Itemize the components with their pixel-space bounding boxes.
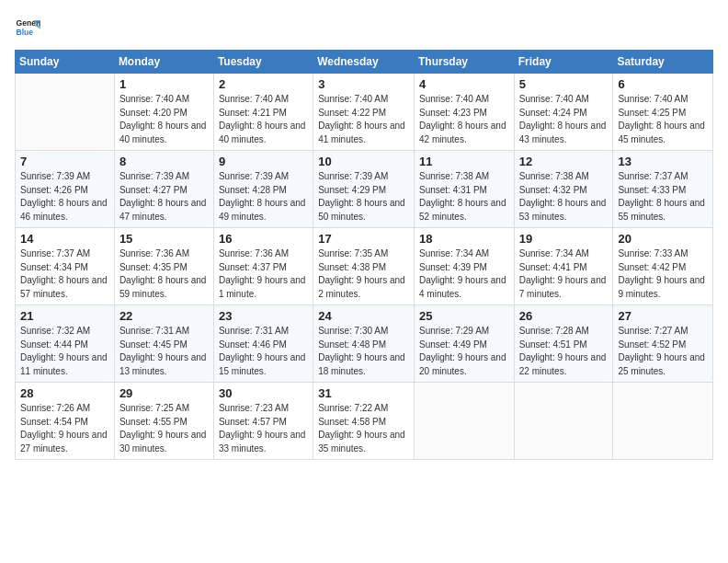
logo: General Blue [15,15,40,40]
day-number: 5 [519,77,609,91]
day-number: 19 [519,232,609,246]
calendar-cell [514,383,613,460]
calendar-cell [613,383,713,460]
week-row-2: 7Sunrise: 7:39 AMSunset: 4:26 PMDaylight… [16,151,713,228]
calendar-cell: 25Sunrise: 7:29 AMSunset: 4:49 PMDayligh… [414,305,514,383]
cell-info: Sunrise: 7:40 AMSunset: 4:21 PMDaylight:… [219,93,308,146]
cell-info: Sunrise: 7:36 AMSunset: 4:37 PMDaylight:… [219,247,308,301]
calendar-table: SundayMondayTuesdayWednesdayThursdayFrid… [15,50,713,460]
calendar-cell: 26Sunrise: 7:28 AMSunset: 4:51 PMDayligh… [514,305,613,383]
cell-info: Sunrise: 7:23 AMSunset: 4:57 PMDaylight:… [219,402,308,455]
calendar-cell: 13Sunrise: 7:37 AMSunset: 4:33 PMDayligh… [613,151,713,228]
cell-info: Sunrise: 7:40 AMSunset: 4:23 PMDaylight:… [419,93,509,146]
calendar-cell: 11Sunrise: 7:38 AMSunset: 4:31 PMDayligh… [414,151,514,228]
calendar-header-row: SundayMondayTuesdayWednesdayThursdayFrid… [16,51,713,74]
day-number: 1 [119,77,209,91]
cell-info: Sunrise: 7:39 AMSunset: 4:29 PMDaylight:… [318,170,409,224]
day-number: 9 [219,155,308,168]
day-number: 7 [20,155,109,168]
cell-info: Sunrise: 7:37 AMSunset: 4:33 PMDaylight:… [618,170,708,224]
calendar-cell: 22Sunrise: 7:31 AMSunset: 4:45 PMDayligh… [114,305,213,383]
day-number: 30 [219,386,308,400]
calendar-cell: 7Sunrise: 7:39 AMSunset: 4:26 PMDaylight… [16,151,115,228]
day-number: 13 [618,155,708,168]
day-number: 27 [618,309,708,323]
header-day-friday: Friday [514,51,613,74]
cell-info: Sunrise: 7:39 AMSunset: 4:26 PMDaylight:… [20,170,109,224]
calendar-cell: 3Sunrise: 7:40 AMSunset: 4:22 PMDaylight… [313,74,415,151]
page: General Blue SundayMondayTuesdayWednesda… [0,0,728,563]
cell-info: Sunrise: 7:31 AMSunset: 4:46 PMDaylight:… [219,325,308,378]
calendar-cell: 15Sunrise: 7:36 AMSunset: 4:35 PMDayligh… [114,228,213,305]
day-number: 8 [119,155,209,168]
calendar-cell: 10Sunrise: 7:39 AMSunset: 4:29 PMDayligh… [313,151,415,228]
calendar-cell: 20Sunrise: 7:33 AMSunset: 4:42 PMDayligh… [613,228,713,305]
cell-info: Sunrise: 7:40 AMSunset: 4:24 PMDaylight:… [519,93,609,146]
day-number: 24 [318,309,409,323]
cell-info: Sunrise: 7:40 AMSunset: 4:22 PMDaylight:… [318,93,409,146]
cell-info: Sunrise: 7:34 AMSunset: 4:41 PMDaylight:… [519,247,609,301]
header-day-thursday: Thursday [414,51,514,74]
calendar-cell: 16Sunrise: 7:36 AMSunset: 4:37 PMDayligh… [213,228,313,305]
calendar-cell: 12Sunrise: 7:38 AMSunset: 4:32 PMDayligh… [514,151,613,228]
calendar-cell: 17Sunrise: 7:35 AMSunset: 4:38 PMDayligh… [313,228,415,305]
calendar-cell: 5Sunrise: 7:40 AMSunset: 4:24 PMDaylight… [514,74,613,151]
cell-info: Sunrise: 7:26 AMSunset: 4:54 PMDaylight:… [20,402,109,455]
logo-icon: General Blue [15,15,40,40]
calendar-cell: 6Sunrise: 7:40 AMSunset: 4:25 PMDaylight… [613,74,713,151]
cell-info: Sunrise: 7:30 AMSunset: 4:48 PMDaylight:… [318,325,409,378]
calendar-cell [414,383,514,460]
day-number: 23 [219,309,308,323]
day-number: 31 [318,386,409,400]
day-number: 20 [618,232,708,246]
header-day-saturday: Saturday [613,51,713,74]
week-row-4: 21Sunrise: 7:32 AMSunset: 4:44 PMDayligh… [16,305,713,383]
cell-info: Sunrise: 7:39 AMSunset: 4:28 PMDaylight:… [219,170,308,224]
cell-info: Sunrise: 7:27 AMSunset: 4:52 PMDaylight:… [618,325,708,378]
day-number: 14 [20,232,109,246]
cell-info: Sunrise: 7:38 AMSunset: 4:32 PMDaylight:… [519,170,609,224]
day-number: 26 [519,309,609,323]
cell-info: Sunrise: 7:36 AMSunset: 4:35 PMDaylight:… [119,247,209,301]
cell-info: Sunrise: 7:22 AMSunset: 4:58 PMDaylight:… [318,402,409,455]
day-number: 6 [618,77,708,91]
calendar-cell: 2Sunrise: 7:40 AMSunset: 4:21 PMDaylight… [213,74,313,151]
cell-info: Sunrise: 7:35 AMSunset: 4:38 PMDaylight:… [318,247,409,301]
header-day-sunday: Sunday [16,51,115,74]
calendar-cell: 19Sunrise: 7:34 AMSunset: 4:41 PMDayligh… [514,228,613,305]
day-number: 22 [119,309,209,323]
calendar-cell: 27Sunrise: 7:27 AMSunset: 4:52 PMDayligh… [613,305,713,383]
calendar-cell [16,74,115,151]
cell-info: Sunrise: 7:37 AMSunset: 4:34 PMDaylight:… [20,247,109,301]
calendar-cell: 30Sunrise: 7:23 AMSunset: 4:57 PMDayligh… [213,383,313,460]
cell-info: Sunrise: 7:31 AMSunset: 4:45 PMDaylight:… [119,325,209,378]
cell-info: Sunrise: 7:34 AMSunset: 4:39 PMDaylight:… [419,247,509,301]
calendar-cell: 14Sunrise: 7:37 AMSunset: 4:34 PMDayligh… [16,228,115,305]
day-number: 2 [219,77,308,91]
day-number: 10 [318,155,409,168]
cell-info: Sunrise: 7:39 AMSunset: 4:27 PMDaylight:… [119,170,209,224]
day-number: 3 [318,77,409,91]
cell-info: Sunrise: 7:32 AMSunset: 4:44 PMDaylight:… [20,325,109,378]
calendar-cell: 31Sunrise: 7:22 AMSunset: 4:58 PMDayligh… [313,383,415,460]
calendar-cell: 23Sunrise: 7:31 AMSunset: 4:46 PMDayligh… [213,305,313,383]
header-day-tuesday: Tuesday [213,51,313,74]
day-number: 28 [20,386,109,400]
calendar-cell: 29Sunrise: 7:25 AMSunset: 4:55 PMDayligh… [114,383,213,460]
calendar-cell: 8Sunrise: 7:39 AMSunset: 4:27 PMDaylight… [114,151,213,228]
calendar-cell: 21Sunrise: 7:32 AMSunset: 4:44 PMDayligh… [16,305,115,383]
week-row-5: 28Sunrise: 7:26 AMSunset: 4:54 PMDayligh… [16,383,713,460]
header-day-monday: Monday [114,51,213,74]
day-number: 29 [119,386,209,400]
day-number: 4 [419,77,509,91]
svg-text:Blue: Blue [17,28,34,37]
day-number: 12 [519,155,609,168]
cell-info: Sunrise: 7:38 AMSunset: 4:31 PMDaylight:… [419,170,509,224]
calendar-cell: 18Sunrise: 7:34 AMSunset: 4:39 PMDayligh… [414,228,514,305]
day-number: 17 [318,232,409,246]
header: General Blue [15,15,713,40]
day-number: 11 [419,155,509,168]
cell-info: Sunrise: 7:40 AMSunset: 4:25 PMDaylight:… [618,93,708,146]
calendar-cell: 28Sunrise: 7:26 AMSunset: 4:54 PMDayligh… [16,383,115,460]
calendar-cell: 24Sunrise: 7:30 AMSunset: 4:48 PMDayligh… [313,305,415,383]
